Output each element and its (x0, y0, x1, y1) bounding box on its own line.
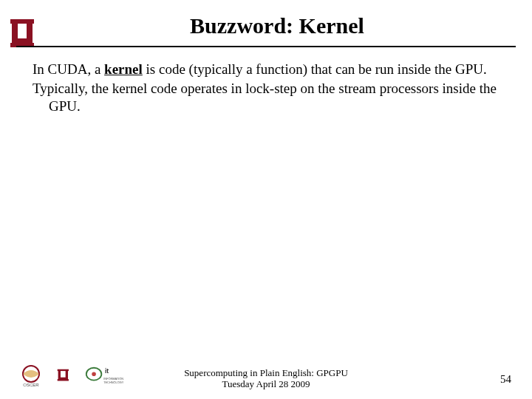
page-number: 54 (500, 373, 511, 386)
ou-logo-icon (9, 18, 35, 49)
body-p1-b: is code (typically a function) that can … (143, 61, 487, 77)
body-p1-a: In CUDA, a (33, 61, 104, 77)
footer-line2: Tuesday April 28 2009 (0, 378, 532, 390)
body-p2: Typically, the kernel code operates in l… (33, 80, 499, 115)
footer-line1: Supercomputing in Plain English: GPGPU (0, 367, 532, 379)
title-underline (16, 46, 516, 47)
svg-rect-4 (16, 38, 28, 44)
footer-text: Supercomputing in Plain English: GPGPU T… (0, 367, 532, 390)
keyword-kernel: kernel (104, 61, 143, 77)
slide-title: Buzzword: Kernel (190, 13, 364, 38)
body-text: In CUDA, a kernel is code (typically a f… (33, 61, 499, 116)
